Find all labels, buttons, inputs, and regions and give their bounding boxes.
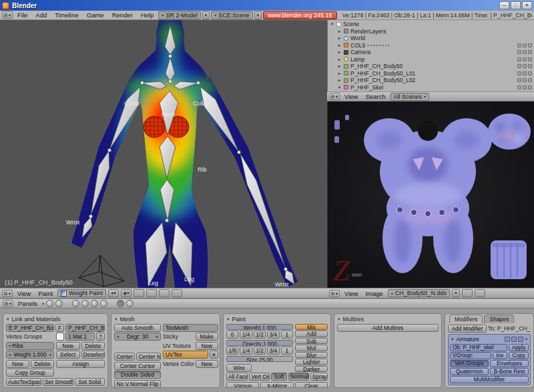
expand-icon[interactable]: ► (337, 78, 342, 82)
3d-viewport[interactable]: Collar Neck Collar Rib Wrist Wrist Leg L… (0, 20, 327, 288)
selectability-icon[interactable] (523, 78, 527, 82)
material-color-swatch[interactable] (56, 333, 64, 341)
editor-type-icon[interactable]: ⊞▾ (329, 290, 340, 297)
deselect-button[interactable]: Deselect (81, 351, 105, 359)
menu-help[interactable]: Help (138, 11, 158, 19)
panel-collapse-icon[interactable]: ▼ (226, 317, 230, 321)
outliner-search-menu[interactable]: Search (362, 93, 388, 100)
weight-slider[interactable]: Weight 1.000 (226, 324, 293, 330)
selectability-icon[interactable] (523, 57, 527, 61)
opacity-preset-button[interactable]: 1/2 (254, 347, 266, 355)
uvtex-layer-field[interactable]: UVTex (163, 351, 208, 359)
vert-groups-toggle[interactable]: Vert.Groups (450, 360, 489, 367)
selectability-icon[interactable] (523, 50, 527, 54)
outliner-row-body50[interactable]: ► P_HHF_CH_Body50 (328, 63, 534, 70)
uv-view-menu[interactable]: View (342, 290, 360, 297)
object-datablock-field[interactable]: P_HHF_CH_Body50 (65, 324, 105, 332)
opacity-preset-button[interactable]: 1/4 (240, 347, 252, 355)
blend-mix-button[interactable]: Mix (295, 324, 328, 331)
size-slider[interactable]: Size 25.00 (226, 356, 293, 362)
image-pin-icon[interactable] (462, 289, 473, 297)
multimodifier-toggle[interactable]: MultiModifier (450, 376, 529, 383)
draw-mode-icon[interactable]: ●▾ (108, 289, 119, 297)
editor-type-icon[interactable]: ⊞▾ (329, 93, 340, 100)
opacity-preset-button[interactable]: 3/4 (267, 347, 279, 355)
expand-icon[interactable]: ► (337, 36, 342, 40)
visibility-icon[interactable] (517, 71, 521, 75)
copy-group-button[interactable]: Copy Group (6, 369, 54, 377)
outliner-row-world[interactable]: ► World (328, 35, 534, 42)
image-datablock-selector[interactable]: ▾ CH_Body50_N.dds (388, 289, 450, 297)
auto-smooth-button[interactable]: Auto Smooth (114, 324, 161, 332)
outliner-row-body50-l01[interactable]: ► P_HHF_CH_Body50_L01 (328, 70, 534, 77)
blender-version-button[interactable]: www.blender.org 245.15 (263, 11, 337, 19)
material-delete-button[interactable]: Delete (81, 342, 105, 350)
layers-icon[interactable] (146, 289, 157, 297)
expand-icon[interactable]: ► (337, 29, 342, 33)
material-new-button[interactable]: New (56, 342, 80, 350)
selectability-icon[interactable] (523, 64, 527, 68)
spray-button[interactable]: Spray (310, 373, 328, 381)
outliner-row-skel[interactable]: ▼ P_HHF_Skel (328, 84, 534, 91)
view-menu[interactable]: View (15, 290, 33, 297)
renderability-icon[interactable] (528, 50, 532, 54)
expand-icon[interactable]: ► (337, 43, 342, 47)
minimize-button[interactable]: — (499, 1, 509, 9)
normals-button[interactable]: Normals (288, 373, 308, 381)
outliner-display-selector[interactable]: All Scenes ▾ (390, 93, 430, 101)
expand-icon[interactable]: ▼ (337, 85, 342, 89)
degr-number-field[interactable]: ◂Degr: 30▸ (114, 333, 161, 341)
selectability-icon[interactable] (523, 85, 527, 89)
vertex-color-new-button[interactable]: New (196, 360, 218, 368)
weight-preset-button[interactable]: 1/2 (254, 331, 266, 339)
decrement-icon[interactable]: ◂ (9, 351, 11, 358)
screen-layout-selector[interactable]: ▾SR 2-Model (158, 11, 201, 19)
uv-image-editor[interactable]: Z steh (327, 102, 534, 288)
armature-object-field[interactable]: Ob: P_HHF_skel (450, 344, 507, 351)
selectability-icon[interactable] (523, 71, 527, 75)
center-new-button[interactable]: Center New (136, 353, 161, 361)
opacity-slider[interactable]: Opacity 1.000 (226, 340, 293, 346)
modifier-realtime-toggle-icon[interactable] (511, 337, 517, 342)
visibility-icon[interactable] (517, 64, 521, 68)
panels-menu[interactable]: Panels (15, 300, 40, 307)
object-context-icon[interactable] (100, 300, 107, 307)
expand-icon[interactable]: ► (337, 50, 342, 54)
quaternion-toggle[interactable]: Quaternion (450, 368, 489, 375)
increment-icon[interactable]: ▸ (49, 351, 51, 358)
mode-selector[interactable]: Weight Paint (57, 289, 106, 297)
envelopes-toggle[interactable]: Envelopes (490, 360, 529, 367)
visibility-icon[interactable] (517, 50, 521, 54)
vgroup-delete-button[interactable]: Delete (31, 360, 54, 368)
add-multires-button[interactable]: Add Multires (337, 324, 439, 332)
visibility-icon[interactable] (517, 57, 521, 61)
material-index-field[interactable]: 1 Mat 1 (65, 333, 95, 341)
renderability-icon[interactable] (528, 71, 532, 75)
expand-icon[interactable]: ► (337, 71, 342, 75)
logic-context-icon[interactable] (46, 300, 53, 307)
selectability-icon[interactable] (523, 43, 527, 47)
visibility-icon[interactable] (517, 43, 521, 47)
snap-magnet-icon[interactable] (159, 289, 170, 297)
weight-preset-button[interactable]: 3/4 (267, 331, 279, 339)
close-button[interactable]: ✕ (522, 1, 532, 9)
add-modifier-button[interactable]: Add Modifier (448, 325, 487, 333)
menu-render[interactable]: Render (109, 11, 136, 19)
mesh-datablock-field[interactable]: E P_HHF_CH_Body50 (6, 324, 54, 332)
scene-context-icon[interactable] (126, 300, 134, 307)
render-preview-icon[interactable] (172, 289, 182, 297)
outliner[interactable]: ▼ Scene ► RenderLayers ► World ► COL5 ••… (327, 20, 534, 91)
visibility-icon[interactable] (517, 85, 521, 89)
sticky-make-button[interactable]: Make (196, 333, 218, 341)
tab-modifiers[interactable]: Modifiers (449, 315, 483, 323)
blend-sub-button[interactable]: Sub (295, 338, 328, 345)
opacity-preset-button[interactable]: 1 (281, 347, 293, 355)
window-titlebar[interactable]: Blender — □ ✕ (0, 0, 534, 11)
autotexspace-button[interactable]: AutoTexSpace (6, 378, 41, 386)
maximize-button[interactable]: □ (511, 1, 521, 9)
outliner-row-scene[interactable]: ▼ Scene (328, 21, 534, 28)
bbone-rest-toggle[interactable]: B-Bone Rest (490, 368, 529, 375)
visibility-icon[interactable] (517, 78, 521, 82)
fake-user-button[interactable]: F (55, 324, 64, 332)
assign-button[interactable]: Assign (56, 360, 105, 368)
